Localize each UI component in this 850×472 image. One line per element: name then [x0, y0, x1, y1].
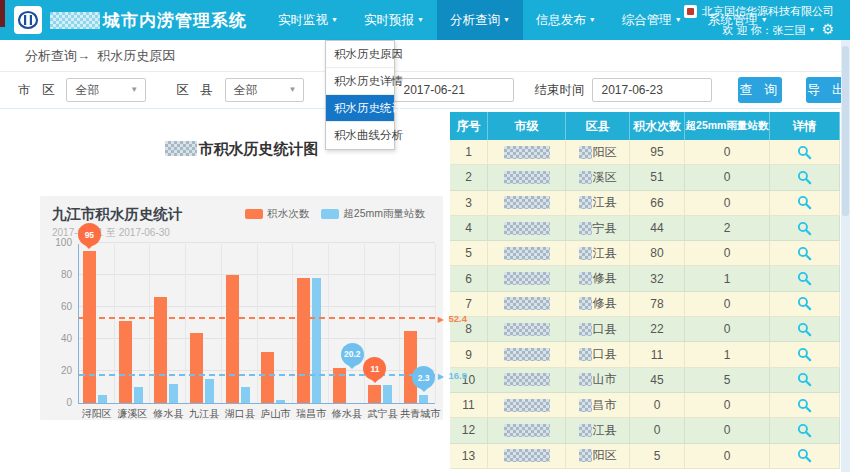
bar-flood-湖口县[interactable]: [226, 275, 239, 403]
legend-swatch-orange: [245, 209, 263, 219]
gridline-x-6: [292, 244, 293, 403]
censored-city-cell: [504, 449, 550, 462]
bar-stations-湖口县[interactable]: [241, 387, 250, 403]
table-cell-5[interactable]: [770, 393, 840, 418]
bar-stations-九江县[interactable]: [205, 379, 214, 403]
table-row: 5江县800: [450, 241, 840, 266]
magnifier-icon[interactable]: [797, 221, 812, 236]
bar-flood-共青城市[interactable]: [404, 331, 417, 403]
table-cell-3: 5: [630, 444, 685, 469]
start-date-input[interactable]: [394, 78, 514, 102]
bar-stations-武宁县[interactable]: [383, 385, 392, 403]
nav-item-2[interactable]: 分析查询▼: [437, 0, 523, 40]
table-cell-5[interactable]: [770, 368, 840, 393]
scrollbar-thumb[interactable]: [842, 46, 849, 216]
table-cell-1: [488, 418, 566, 443]
table-cell-2: 阳区: [566, 444, 630, 469]
bar-flood-庐山市[interactable]: [261, 352, 274, 403]
table-cell-2: 口县: [566, 342, 630, 367]
censored-city-cell: [504, 146, 550, 159]
table-cell-2: 口县: [566, 317, 630, 342]
city-select[interactable]: 全部▼: [66, 78, 146, 102]
gridline-x-1: [114, 244, 115, 403]
censored-district-prefix: [579, 171, 592, 184]
table-cell-5[interactable]: [770, 266, 840, 291]
menu-item-2[interactable]: 积水历史统计: [326, 95, 394, 122]
magnifier-icon[interactable]: [797, 170, 812, 185]
table-cell-4: 0: [685, 191, 770, 216]
nav-item-0[interactable]: 实时监视▼: [265, 0, 351, 40]
legend-item-flood[interactable]: 积水次数: [245, 207, 309, 221]
magnifier-icon[interactable]: [797, 195, 812, 210]
table-cell-5[interactable]: [770, 342, 840, 367]
table-cell-0: 11: [450, 393, 488, 418]
company-logo-icon: [684, 5, 697, 18]
censored-city-cell: [504, 373, 550, 386]
magnifier-icon[interactable]: [797, 246, 812, 261]
city-filter-label: 市 区: [18, 82, 58, 99]
bar-stations-浔阳区[interactable]: [98, 395, 107, 403]
menu-item-1[interactable]: 积水历史详情: [326, 68, 394, 95]
nav-item-1[interactable]: 实时预报▼: [351, 0, 437, 40]
markline-label: 52.4: [449, 313, 468, 324]
x-axis-label-庐山市: 庐山市: [258, 407, 294, 421]
table-row: 9口县111: [450, 342, 840, 367]
table-cell-5[interactable]: [770, 418, 840, 443]
bar-flood-浔阳区[interactable]: [83, 251, 96, 403]
vertical-scrollbar[interactable]: [841, 40, 850, 472]
end-date-input[interactable]: [592, 78, 712, 102]
table-cell-5[interactable]: [770, 216, 840, 241]
table-cell-5[interactable]: [770, 292, 840, 317]
bar-stations-庐山市[interactable]: [276, 400, 285, 403]
table-cell-5[interactable]: [770, 241, 840, 266]
markline-arrow-icon: ▶: [438, 315, 444, 324]
menu-item-0[interactable]: 积水历史原因: [326, 41, 394, 68]
legend-item-stations[interactable]: 超25mm雨量站数: [321, 207, 425, 221]
district-filter-label: 区 县: [176, 82, 216, 99]
nav-item-4[interactable]: 综合管理▼: [609, 0, 695, 40]
table-cell-5[interactable]: [770, 165, 840, 190]
magnifier-icon[interactable]: [797, 398, 812, 413]
magnifier-icon[interactable]: [797, 423, 812, 438]
chart-subtitle: 2017-06-21 至 2017-06-30: [52, 226, 433, 240]
censored-district-prefix: [579, 272, 592, 285]
bar-stations-修水县[interactable]: [169, 384, 178, 403]
app-logo-icon: [17, 9, 39, 31]
table-cell-4: 0: [685, 140, 770, 165]
table-cell-5[interactable]: [770, 191, 840, 216]
table-cell-0: 3: [450, 191, 488, 216]
markpoint-20.2: 20.2: [341, 343, 364, 366]
magnifier-icon[interactable]: [797, 271, 812, 286]
query-button[interactable]: 查 询: [738, 77, 782, 103]
gridline-x-8: [364, 244, 365, 403]
magnifier-icon[interactable]: [797, 347, 812, 362]
magnifier-icon[interactable]: [797, 372, 812, 387]
district-select[interactable]: 全部▼: [225, 78, 305, 102]
table-cell-4: 2: [685, 216, 770, 241]
bar-stations-濂溪区[interactable]: [134, 387, 143, 403]
chevron-down-icon: ▼: [503, 16, 510, 23]
table-cell-3: 22: [630, 317, 685, 342]
bar-flood-九江县[interactable]: [190, 333, 203, 403]
magnifier-icon[interactable]: [797, 296, 812, 311]
legend-swatch-blue: [321, 209, 339, 219]
table-cell-5[interactable]: [770, 317, 840, 342]
table-cell-5[interactable]: [770, 140, 840, 165]
magnifier-icon[interactable]: [797, 145, 812, 160]
magnifier-icon[interactable]: [797, 448, 812, 463]
y-axis-tick-20: 20: [61, 365, 72, 376]
magnifier-icon[interactable]: [797, 322, 812, 337]
bar-flood-瑞昌市[interactable]: [297, 278, 310, 403]
nav-item-3[interactable]: 信息发布▼: [523, 0, 609, 40]
bar-flood-修水县[interactable]: [154, 297, 167, 403]
chevron-down-icon: ▼: [130, 79, 138, 101]
menu-item-3[interactable]: 积水曲线分析: [326, 122, 394, 149]
username-menu[interactable]: 张三国: [773, 24, 806, 36]
bar-flood-濂溪区[interactable]: [119, 321, 132, 403]
gear-icon[interactable]: ⚙: [821, 21, 834, 37]
table-cell-5[interactable]: [770, 444, 840, 469]
welcome-row: 欢 迎 你：张三国▼⚙: [684, 20, 834, 39]
bar-stations-瑞昌市[interactable]: [312, 278, 321, 403]
table-cell-3: 11: [630, 342, 685, 367]
x-axis-label-武宁县: 武宁县: [365, 407, 401, 421]
